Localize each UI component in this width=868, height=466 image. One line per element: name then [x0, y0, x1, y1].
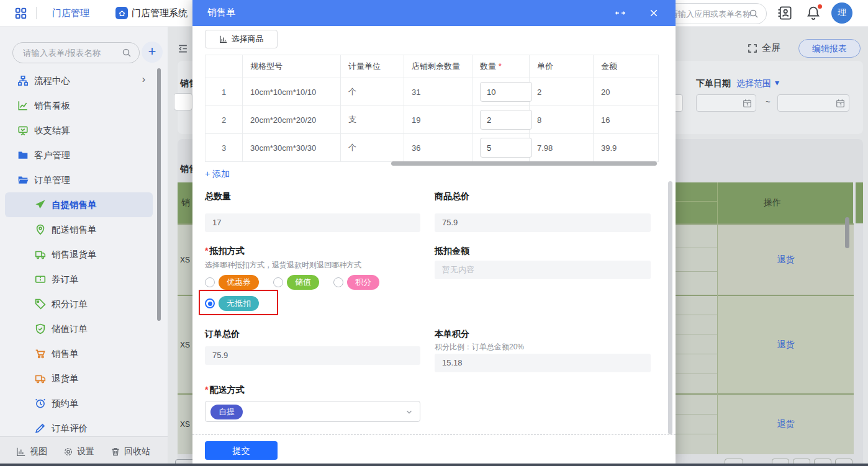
total-qty-value: 17	[205, 213, 420, 232]
notification-dot	[818, 4, 822, 9]
add-row-link[interactable]: + 添加	[205, 169, 230, 180]
highlight-annotation-box	[199, 290, 278, 315]
calendar-icon	[743, 99, 752, 108]
chevron-right-icon: ›	[142, 74, 145, 85]
caret-down-icon: ▾	[775, 78, 779, 87]
date-from-input[interactable]	[696, 94, 756, 112]
delivery-method-select[interactable]: 自提	[205, 401, 420, 422]
bg-col-order-no: XS XS XS	[178, 223, 194, 454]
avatar[interactable]: 理	[831, 2, 852, 24]
total-qty-label: 总数量	[205, 191, 231, 202]
return-goods-link[interactable]: 退货	[777, 254, 795, 266]
bg-table-header-right: 码 操作	[658, 182, 853, 223]
sidebar-item-stored-value-order[interactable]: 储值订单	[0, 316, 168, 341]
modal-scrollbar[interactable]	[668, 181, 672, 434]
quantity-input[interactable]	[480, 138, 532, 158]
truck-icon	[35, 373, 46, 384]
col-amount: 金额	[594, 55, 659, 78]
sidebar-item-pickup-sales-order[interactable]: 自提销售单	[5, 192, 153, 217]
col-spec: 规格型号	[243, 55, 341, 78]
recycle-bin-button[interactable]: 回收站	[111, 446, 150, 457]
table-hscrollbar[interactable]	[391, 161, 657, 166]
page-scrollbar[interactable]	[845, 217, 849, 248]
order-total-value: 75.9	[205, 346, 420, 365]
app-grid-icon[interactable]	[15, 7, 27, 19]
sidebar-item-points-order[interactable]: 积分订单	[0, 292, 168, 316]
edit-report-button[interactable]: 编辑报表	[798, 39, 861, 58]
trash-icon	[111, 447, 120, 457]
collapse-sidebar-icon[interactable]	[178, 43, 188, 54]
return-goods-link[interactable]: 退货	[777, 339, 795, 351]
deduct-option-points[interactable]: 积分	[333, 275, 379, 290]
add-form-button[interactable]: +	[142, 42, 163, 63]
chart-icon	[17, 100, 29, 111]
sidebar-item-customer-mgmt[interactable]: 客户管理	[0, 143, 168, 168]
sidebar-item-return-order[interactable]: 退货单	[0, 366, 168, 391]
workspace-name[interactable]: 门店管理	[52, 7, 89, 19]
sidebar-item-order-mgmt[interactable]: 订单管理	[0, 168, 168, 192]
radio-unchecked[interactable]	[333, 277, 343, 287]
views-button[interactable]: 视图	[16, 446, 47, 457]
deduct-option-stored-value[interactable]: 储值	[273, 275, 319, 290]
chevron-down-icon	[405, 408, 414, 416]
radio-unchecked[interactable]	[205, 277, 215, 287]
quantity-input[interactable]	[480, 82, 532, 102]
order-points-value: 15.18	[435, 354, 651, 372]
search-icon	[122, 48, 132, 58]
radio-unchecked[interactable]	[273, 277, 283, 287]
bar-chart-icon	[219, 35, 228, 43]
sidebar-item-sales-return-order[interactable]: 销售退货单	[0, 242, 168, 267]
system-name[interactable]: 门店管理系统	[132, 7, 188, 19]
global-search-input[interactable]: 请输入应用或表单名称	[660, 3, 767, 24]
pen-icon	[35, 423, 46, 434]
sidebar-item-sales-board[interactable]: 销售看板	[0, 93, 168, 118]
submit-button[interactable]: 提交	[205, 441, 278, 460]
total-price-label: 商品总价	[435, 191, 469, 202]
sidebar-item-sales-order[interactable]: 销售单	[0, 341, 168, 366]
ticket-icon	[35, 274, 46, 285]
order-date-label: 下单日期	[696, 78, 731, 89]
bg-table-header-clip	[856, 182, 863, 223]
send-icon	[35, 199, 46, 210]
return-goods-link[interactable]: 退货	[777, 419, 795, 430]
quantity-input[interactable]	[480, 110, 532, 130]
tag-icon	[35, 298, 46, 310]
deduct-amount-label: 抵扣金额	[435, 246, 469, 257]
modal-title: 销售单	[207, 7, 235, 19]
sidebar-search-input[interactable]: 请输入表单/报表名称	[12, 42, 140, 63]
sales-order-modal: 销售单 选择商品 规格型号 计量单位 店铺剩余数量 数量 * 单价 金额	[192, 0, 676, 466]
col-unit: 计量单位	[341, 55, 404, 78]
expand-modal-icon[interactable]	[615, 8, 626, 18]
modal-header: 销售单	[192, 0, 676, 26]
sidebar-item-balance[interactable]: 收支结算	[0, 118, 168, 143]
search-placeholder: 请输入应用或表单名称	[670, 9, 751, 20]
settings-button[interactable]: 设置	[63, 446, 94, 457]
presentation-icon	[17, 125, 29, 136]
coupon-pill: 优惠券	[219, 275, 259, 290]
notification-bell-icon[interactable]	[806, 6, 821, 20]
contacts-icon[interactable]	[777, 6, 792, 20]
bar-chart-icon	[16, 447, 26, 457]
sidebar-item-flow-center[interactable]: 流程中心 ›	[0, 68, 168, 93]
screen: 门店管理 门店管理系统 请输入应用或表单名称 理 请输入表单/报表名称 +	[0, 0, 868, 466]
points-pill: 积分	[347, 275, 379, 290]
fullscreen-button[interactable]: 全屏	[748, 42, 780, 54]
sidebar-item-delivery-sales-order[interactable]: 配送销售单	[0, 217, 168, 242]
divider	[36, 7, 37, 19]
sidebar-item-coupon-order[interactable]: 券订单	[0, 267, 168, 292]
col-price: 单价	[530, 55, 594, 78]
home-icon	[115, 7, 128, 19]
bg-col-action: 退货 退货 退货	[717, 223, 854, 454]
sidebar-scrollbar[interactable]	[157, 68, 161, 321]
search-icon	[749, 9, 759, 19]
sidebar-search-placeholder: 请输入表单/报表名称	[23, 48, 101, 59]
select-range-link[interactable]: 选择范围	[736, 78, 771, 89]
shield-check-icon	[35, 323, 46, 334]
date-to-input[interactable]	[777, 94, 849, 112]
deduct-method-help: 选择哪种抵扣方式，退货退款时则退回哪种方式	[205, 260, 361, 271]
sidebar-item-reservation-order[interactable]: 预约单	[0, 391, 168, 416]
select-product-button[interactable]: 选择商品	[205, 30, 278, 48]
close-icon[interactable]	[649, 8, 659, 18]
deduct-option-coupon[interactable]: 优惠券	[205, 275, 259, 290]
filter-input-partial[interactable]	[174, 93, 192, 110]
